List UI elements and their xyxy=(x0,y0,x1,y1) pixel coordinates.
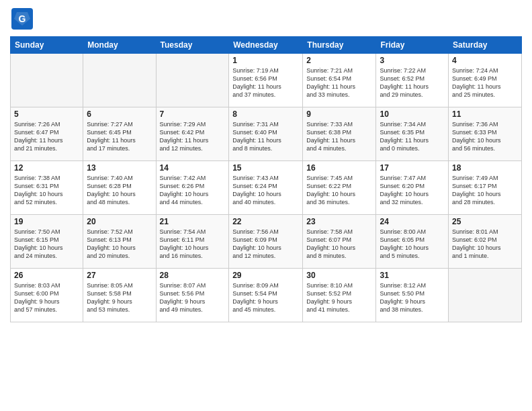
calendar-cell xyxy=(11,54,83,107)
calendar-cell: 23Sunrise: 7:58 AM Sunset: 6:07 PM Dayli… xyxy=(303,215,376,269)
page-container: G SundayMondayTuesdayWednesdayThursdayFr… xyxy=(0,0,532,326)
cell-content: Sunrise: 7:49 AM Sunset: 6:17 PM Dayligh… xyxy=(452,174,518,207)
day-number: 29 xyxy=(232,271,299,280)
calendar-week-1: 1Sunrise: 7:19 AM Sunset: 6:56 PM Daylig… xyxy=(11,54,522,107)
cell-content: Sunrise: 8:01 AM Sunset: 6:02 PM Dayligh… xyxy=(452,228,518,261)
day-number: 24 xyxy=(380,217,445,226)
cell-content: Sunrise: 7:31 AM Sunset: 6:40 PM Dayligh… xyxy=(232,120,299,153)
day-number: 13 xyxy=(87,163,152,173)
cell-content: Sunrise: 7:50 AM Sunset: 6:15 PM Dayligh… xyxy=(14,228,79,261)
day-number: 7 xyxy=(160,109,226,119)
weekday-header-saturday: Saturday xyxy=(449,37,522,54)
day-number: 1 xyxy=(232,56,299,65)
calendar-cell: 21Sunrise: 7:54 AM Sunset: 6:11 PM Dayli… xyxy=(156,215,229,269)
cell-content: Sunrise: 7:22 AM Sunset: 6:52 PM Dayligh… xyxy=(380,66,445,99)
day-number: 6 xyxy=(87,109,152,119)
day-number: 10 xyxy=(380,109,445,119)
weekday-header-friday: Friday xyxy=(376,37,449,54)
cell-content: Sunrise: 7:56 AM Sunset: 6:09 PM Dayligh… xyxy=(232,228,299,261)
day-number: 8 xyxy=(232,109,299,119)
cell-content: Sunrise: 7:26 AM Sunset: 6:47 PM Dayligh… xyxy=(14,120,79,153)
cell-content: Sunrise: 7:36 AM Sunset: 6:33 PM Dayligh… xyxy=(452,120,518,153)
calendar-cell: 25Sunrise: 8:01 AM Sunset: 6:02 PM Dayli… xyxy=(449,215,522,269)
calendar-table: SundayMondayTuesdayWednesdayThursdayFrid… xyxy=(10,36,522,322)
calendar-cell: 27Sunrise: 8:05 AM Sunset: 5:58 PM Dayli… xyxy=(83,269,156,322)
day-number: 2 xyxy=(306,56,372,65)
day-number: 14 xyxy=(160,163,226,173)
cell-content: Sunrise: 7:24 AM Sunset: 6:49 PM Dayligh… xyxy=(452,66,518,99)
day-number: 12 xyxy=(14,163,79,173)
calendar-cell xyxy=(449,269,522,322)
cell-content: Sunrise: 8:05 AM Sunset: 5:58 PM Dayligh… xyxy=(87,281,152,314)
day-number: 15 xyxy=(232,163,299,173)
calendar-cell: 14Sunrise: 7:42 AM Sunset: 6:26 PM Dayli… xyxy=(156,161,229,215)
logo: G xyxy=(10,7,34,31)
calendar-cell: 3Sunrise: 7:22 AM Sunset: 6:52 PM Daylig… xyxy=(376,54,449,107)
weekday-header-sunday: Sunday xyxy=(11,37,83,54)
day-number: 5 xyxy=(14,109,79,119)
calendar-cell: 7Sunrise: 7:29 AM Sunset: 6:42 PM Daylig… xyxy=(156,107,229,161)
day-number: 20 xyxy=(87,217,152,226)
cell-content: Sunrise: 7:45 AM Sunset: 6:22 PM Dayligh… xyxy=(306,174,372,207)
logo-icon: G xyxy=(10,7,34,31)
calendar-cell: 6Sunrise: 7:27 AM Sunset: 6:45 PM Daylig… xyxy=(83,107,156,161)
weekday-header-monday: Monday xyxy=(83,37,156,54)
calendar-cell: 28Sunrise: 8:07 AM Sunset: 5:56 PM Dayli… xyxy=(156,269,229,322)
calendar-cell xyxy=(156,54,229,107)
calendar-week-2: 5Sunrise: 7:26 AM Sunset: 6:47 PM Daylig… xyxy=(11,107,522,161)
calendar-cell: 29Sunrise: 8:09 AM Sunset: 5:54 PM Dayli… xyxy=(229,269,303,322)
cell-content: Sunrise: 7:58 AM Sunset: 6:07 PM Dayligh… xyxy=(306,228,372,261)
calendar-cell: 22Sunrise: 7:56 AM Sunset: 6:09 PM Dayli… xyxy=(229,215,303,269)
cell-content: Sunrise: 8:03 AM Sunset: 6:00 PM Dayligh… xyxy=(14,281,79,314)
cell-content: Sunrise: 7:27 AM Sunset: 6:45 PM Dayligh… xyxy=(87,120,152,153)
weekday-header-thursday: Thursday xyxy=(303,37,376,54)
day-number: 19 xyxy=(14,217,79,226)
cell-content: Sunrise: 7:38 AM Sunset: 6:31 PM Dayligh… xyxy=(14,174,79,207)
calendar-cell xyxy=(83,54,156,107)
calendar-cell: 13Sunrise: 7:40 AM Sunset: 6:28 PM Dayli… xyxy=(83,161,156,215)
day-number: 17 xyxy=(380,163,445,173)
calendar-cell: 1Sunrise: 7:19 AM Sunset: 6:56 PM Daylig… xyxy=(229,54,303,107)
calendar-cell: 9Sunrise: 7:33 AM Sunset: 6:38 PM Daylig… xyxy=(303,107,376,161)
calendar-cell: 15Sunrise: 7:43 AM Sunset: 6:24 PM Dayli… xyxy=(229,161,303,215)
calendar-cell: 18Sunrise: 7:49 AM Sunset: 6:17 PM Dayli… xyxy=(449,161,522,215)
day-number: 23 xyxy=(306,217,372,226)
weekday-header-tuesday: Tuesday xyxy=(156,37,229,54)
cell-content: Sunrise: 7:52 AM Sunset: 6:13 PM Dayligh… xyxy=(87,228,152,261)
weekday-header-row: SundayMondayTuesdayWednesdayThursdayFrid… xyxy=(11,37,522,54)
calendar-cell: 19Sunrise: 7:50 AM Sunset: 6:15 PM Dayli… xyxy=(11,215,83,269)
calendar-week-3: 12Sunrise: 7:38 AM Sunset: 6:31 PM Dayli… xyxy=(11,161,522,215)
calendar-cell: 2Sunrise: 7:21 AM Sunset: 6:54 PM Daylig… xyxy=(303,54,376,107)
day-number: 30 xyxy=(306,271,372,280)
day-number: 21 xyxy=(160,217,226,226)
cell-content: Sunrise: 7:29 AM Sunset: 6:42 PM Dayligh… xyxy=(160,120,226,153)
svg-text:G: G xyxy=(19,13,26,24)
cell-content: Sunrise: 7:21 AM Sunset: 6:54 PM Dayligh… xyxy=(306,66,372,99)
calendar-cell: 16Sunrise: 7:45 AM Sunset: 6:22 PM Dayli… xyxy=(303,161,376,215)
cell-content: Sunrise: 8:12 AM Sunset: 5:50 PM Dayligh… xyxy=(380,281,445,314)
cell-content: Sunrise: 7:54 AM Sunset: 6:11 PM Dayligh… xyxy=(160,228,226,261)
header: G xyxy=(10,7,522,31)
day-number: 26 xyxy=(14,271,79,280)
day-number: 16 xyxy=(306,163,372,173)
calendar-week-5: 26Sunrise: 8:03 AM Sunset: 6:00 PM Dayli… xyxy=(11,269,522,322)
cell-content: Sunrise: 7:40 AM Sunset: 6:28 PM Dayligh… xyxy=(87,174,152,207)
calendar-cell: 8Sunrise: 7:31 AM Sunset: 6:40 PM Daylig… xyxy=(229,107,303,161)
calendar-cell: 30Sunrise: 8:10 AM Sunset: 5:52 PM Dayli… xyxy=(303,269,376,322)
day-number: 22 xyxy=(232,217,299,226)
cell-content: Sunrise: 7:47 AM Sunset: 6:20 PM Dayligh… xyxy=(380,174,445,207)
calendar-cell: 5Sunrise: 7:26 AM Sunset: 6:47 PM Daylig… xyxy=(11,107,83,161)
calendar-cell: 20Sunrise: 7:52 AM Sunset: 6:13 PM Dayli… xyxy=(83,215,156,269)
day-number: 4 xyxy=(452,56,518,65)
day-number: 28 xyxy=(160,271,226,280)
cell-content: Sunrise: 8:09 AM Sunset: 5:54 PM Dayligh… xyxy=(232,281,299,314)
cell-content: Sunrise: 8:00 AM Sunset: 6:05 PM Dayligh… xyxy=(380,228,445,261)
day-number: 9 xyxy=(306,109,372,119)
calendar-cell: 12Sunrise: 7:38 AM Sunset: 6:31 PM Dayli… xyxy=(11,161,83,215)
calendar-cell: 17Sunrise: 7:47 AM Sunset: 6:20 PM Dayli… xyxy=(376,161,449,215)
cell-content: Sunrise: 8:07 AM Sunset: 5:56 PM Dayligh… xyxy=(160,281,226,314)
calendar-cell: 11Sunrise: 7:36 AM Sunset: 6:33 PM Dayli… xyxy=(449,107,522,161)
day-number: 18 xyxy=(452,163,518,173)
calendar-week-4: 19Sunrise: 7:50 AM Sunset: 6:15 PM Dayli… xyxy=(11,215,522,269)
calendar-cell: 31Sunrise: 8:12 AM Sunset: 5:50 PM Dayli… xyxy=(376,269,449,322)
